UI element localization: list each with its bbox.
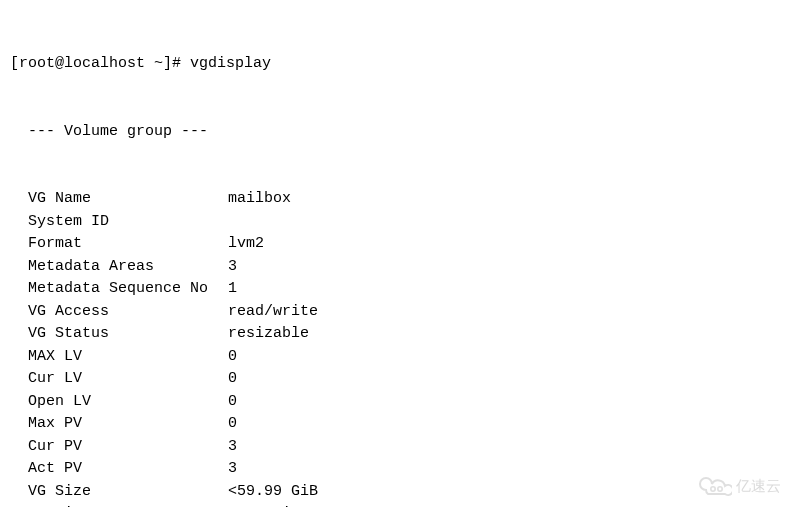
vg-entry-row: PE Size4.00 MiB [10,503,783,507]
vg-entry-row: Max PV0 [10,413,783,436]
vg-entry-value: 0 [228,413,237,436]
terminal-output: [root@localhost ~]# vgdisplay --- Volume… [10,8,783,507]
vg-entry-label: Open LV [28,391,228,414]
vg-entry-value: 3 [228,436,237,459]
vg-entry-value: 0 [228,346,237,369]
vg-entry-row: VG Accessread/write [10,301,783,324]
vg-entry-row: Cur LV0 [10,368,783,391]
vg-entry-label: Metadata Sequence No [28,278,228,301]
vg-entry-label: MAX LV [28,346,228,369]
svg-point-0 [711,487,715,491]
vg-entry-label: System ID [28,211,228,234]
vg-entry-label: Format [28,233,228,256]
vg-entry-label: Cur PV [28,436,228,459]
vg-entry-value: 0 [228,391,237,414]
vg-entry-row: Metadata Sequence No1 [10,278,783,301]
svg-point-1 [718,487,722,491]
vg-entry-label: Max PV [28,413,228,436]
vg-entry-row: Cur PV3 [10,436,783,459]
vg-entry-value: read/write [228,301,318,324]
vg-entry-row: System ID [10,211,783,234]
vg-entry-value: 1 [228,278,237,301]
vg-entry-value: 3 [228,256,237,279]
vg-entry-value: resizable [228,323,309,346]
vg-entry-value: 0 [228,368,237,391]
vg-entry-row: VG Statusresizable [10,323,783,346]
vg-entry-value: 3 [228,458,237,481]
vg-entry-label: VG Name [28,188,228,211]
vg-entry-label: VG Size [28,481,228,504]
vg-entry-row: VG Size<59.99 GiB [10,481,783,504]
vg-entry-row: MAX LV0 [10,346,783,369]
vg-entry-label: Act PV [28,458,228,481]
prompt-command: vgdisplay [190,53,271,76]
vg-entry-row: VG Namemailbox [10,188,783,211]
vg-entry-label: PE Size [28,503,228,507]
watermark-text: 亿速云 [736,475,781,498]
vg-entry-row: Formatlvm2 [10,233,783,256]
vg-entry-label: Metadata Areas [28,256,228,279]
vg-entry-label: VG Status [28,323,228,346]
vg-entries: VG NamemailboxSystem IDFormatlvm2Metadat… [10,188,783,507]
vg-entry-row: Metadata Areas3 [10,256,783,279]
vg-entry-label: Cur LV [28,368,228,391]
vg-entry-value: <59.99 GiB [228,481,318,504]
prompt-user-host: [root@localhost ~]# [10,53,181,76]
vg-header: --- Volume group --- [10,121,783,144]
cloud-logo-icon [698,476,732,496]
vg-entry-row: Act PV3 [10,458,783,481]
prompt-line: [root@localhost ~]# vgdisplay [10,53,783,76]
vg-entry-value: 4.00 MiB [228,503,300,507]
vg-entry-label: VG Access [28,301,228,324]
vg-entry-row: Open LV0 [10,391,783,414]
vg-entry-value: mailbox [228,188,291,211]
watermark: 亿速云 [698,475,781,498]
vg-entry-value: lvm2 [228,233,264,256]
